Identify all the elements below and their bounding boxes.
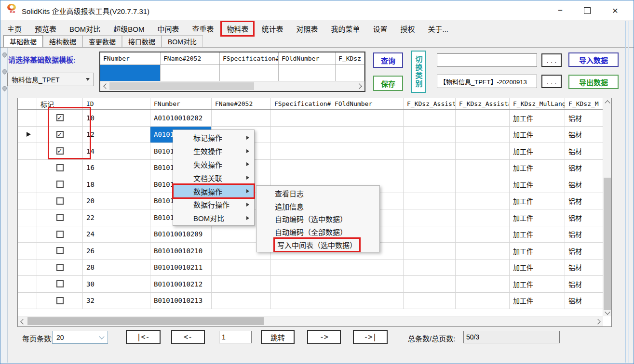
- menu-item-预览表[interactable]: 预览表: [30, 22, 61, 35]
- save-button[interactable]: 保存: [373, 76, 403, 91]
- last-page-button[interactable]: ->|: [353, 330, 388, 344]
- menu-item-物料表[interactable]: 物料表: [222, 22, 253, 35]
- close-button[interactable]: ×: [604, 4, 626, 17]
- mini-grid-header-FSpecification#2[interactable]: FSpecification#2: [220, 52, 279, 65]
- assistant1-cell[interactable]: [404, 243, 456, 259]
- mark-cell[interactable]: [37, 160, 83, 176]
- tab-BOM对比[interactable]: BOM对比: [162, 35, 203, 47]
- menu-item-查重表[interactable]: 查重表: [187, 22, 218, 35]
- context-menu-item-失效操作[interactable]: 失效操作: [173, 158, 254, 171]
- material-cell[interactable]: 铝材: [565, 293, 604, 309]
- scroll-left-icon[interactable]: [18, 316, 27, 326]
- row-header-cell[interactable]: [18, 226, 37, 243]
- context-menu-item-生效操作[interactable]: 生效操作: [173, 144, 254, 158]
- assistant2-cell[interactable]: [456, 160, 510, 176]
- submenu-item-自动编码（选中数据）[interactable]: 自动编码（选中数据）: [256, 213, 379, 226]
- grid-hscroll-thumb[interactable]: [27, 317, 264, 325]
- fname-cell[interactable]: [212, 110, 271, 126]
- fnumber-cell[interactable]: B01010010209: [150, 226, 212, 243]
- fspecification-cell[interactable]: [271, 160, 331, 176]
- foldnumber-cell[interactable]: [331, 293, 404, 309]
- material-cell[interactable]: 铝材: [565, 127, 604, 143]
- menu-item-主页[interactable]: 主页: [2, 22, 27, 35]
- mini-grid-header-FNumber[interactable]: FNumber: [100, 52, 161, 65]
- grid-vscroll-thumb[interactable]: [604, 178, 611, 310]
- fnumber-cell[interactable]: B01010010213: [150, 293, 212, 309]
- mullang-cell[interactable]: 加工件: [510, 243, 565, 259]
- grid-header-FSpecification#2[interactable]: FSpecification#2: [271, 98, 331, 109]
- fnumber-cell[interactable]: A01010010202: [150, 110, 212, 126]
- fspecification-cell[interactable]: [271, 143, 331, 159]
- grid-header-FName#2052[interactable]: FName#2052: [212, 98, 271, 109]
- mini-grid-header-FOldNumber[interactable]: FOldNumber: [279, 52, 336, 65]
- foldnumber-cell[interactable]: [331, 160, 404, 176]
- page-size-dropdown[interactable]: 20: [52, 331, 108, 344]
- assistant2-cell[interactable]: [456, 209, 510, 226]
- export-data-button[interactable]: 导出数据: [568, 75, 619, 89]
- jump-button[interactable]: 跳转: [261, 330, 295, 344]
- export-browse-button[interactable]: . . .: [541, 75, 562, 88]
- scroll-up-icon[interactable]: [603, 98, 611, 106]
- assistant1-cell[interactable]: [404, 209, 456, 226]
- fspecification-cell[interactable]: [271, 127, 331, 143]
- fnumber-cell[interactable]: B01010010212: [150, 276, 212, 292]
- grid-header-F_KDsz_Assistan[interactable]: F_KDsz_Assistan: [404, 98, 456, 109]
- menu-item-我的菜单[interactable]: 我的菜单: [326, 22, 364, 35]
- import-path-input[interactable]: [437, 53, 537, 67]
- id-cell[interactable]: 20: [83, 193, 150, 209]
- mullang-cell[interactable]: 加工件: [510, 209, 565, 226]
- filter-mini-grid[interactable]: FNumberFName#2052FSpecification#2FOldNum…: [99, 52, 365, 92]
- mini-grid-cell[interactable]: [220, 65, 279, 81]
- fspecification-cell[interactable]: [271, 293, 331, 309]
- material-cell[interactable]: 铝材: [565, 143, 604, 159]
- grid-header-FNumber[interactable]: FNumber: [150, 98, 212, 109]
- assistant1-cell[interactable]: [404, 260, 456, 276]
- mark-cell[interactable]: [37, 176, 83, 193]
- menu-item-设置[interactable]: 设置: [368, 22, 392, 35]
- assistant2-cell[interactable]: [456, 176, 510, 193]
- table-row[interactable]: 28B01010010211加工件铝材: [18, 260, 611, 276]
- row-header-cell[interactable]: [18, 160, 37, 176]
- material-cell[interactable]: 铝材: [565, 193, 604, 209]
- assistant2-cell[interactable]: [456, 127, 510, 143]
- prev-page-button[interactable]: <-: [171, 330, 205, 344]
- mullang-cell[interactable]: 加工件: [510, 127, 565, 143]
- mini-grid-cell[interactable]: [336, 65, 364, 81]
- mullang-cell[interactable]: 加工件: [510, 176, 565, 193]
- id-cell[interactable]: 22: [83, 209, 150, 226]
- context-menu-item-数据行操作[interactable]: 数据行操作: [173, 198, 254, 211]
- assistant2-cell[interactable]: [456, 226, 510, 243]
- row-checkbox[interactable]: [56, 231, 64, 238]
- row-header-cell[interactable]: [18, 110, 37, 126]
- context-menu-item-BOM对比[interactable]: BOM对比: [173, 211, 254, 225]
- id-cell[interactable]: 14: [83, 143, 150, 159]
- foldnumber-cell[interactable]: [331, 110, 404, 126]
- fname-cell[interactable]: [212, 260, 271, 276]
- import-data-button[interactable]: 导入数据: [568, 52, 619, 67]
- mullang-cell[interactable]: 加工件: [510, 110, 565, 126]
- assistant2-cell[interactable]: [456, 276, 510, 292]
- id-cell[interactable]: 32: [83, 293, 150, 309]
- id-cell[interactable]: 28: [83, 260, 150, 276]
- table-row[interactable]: 16B01010加工件铝材: [18, 160, 611, 177]
- id-cell[interactable]: 12: [83, 127, 150, 143]
- table-row[interactable]: ✓10A01010010202加工件铝材: [18, 110, 611, 127]
- row-checkbox[interactable]: [56, 247, 64, 254]
- tab-接口数据[interactable]: 接口数据: [122, 35, 162, 47]
- mullang-cell[interactable]: 加工件: [510, 293, 565, 309]
- scroll-down-icon[interactable]: [603, 309, 611, 316]
- mark-cell[interactable]: [37, 276, 83, 292]
- id-cell[interactable]: 26: [83, 243, 150, 259]
- page-number-input[interactable]: [219, 331, 252, 343]
- tab-基础数据[interactable]: 基础数据: [3, 35, 43, 47]
- title-bar[interactable]: PLM SolidKits 企业高级报表工具(V20.7.7.31) − ×: [0, 0, 634, 20]
- row-header-cell[interactable]: [18, 143, 37, 159]
- row-header-cell[interactable]: [18, 193, 37, 209]
- material-cell[interactable]: 铝材: [565, 160, 604, 176]
- row-header-cell[interactable]: [18, 260, 37, 276]
- context-menu-item-标记操作[interactable]: 标记操作: [173, 131, 254, 144]
- next-page-button[interactable]: ->: [307, 330, 341, 344]
- mullang-cell[interactable]: 加工件: [510, 193, 565, 209]
- assistant1-cell[interactable]: [404, 226, 456, 243]
- assistant2-cell[interactable]: [456, 193, 510, 209]
